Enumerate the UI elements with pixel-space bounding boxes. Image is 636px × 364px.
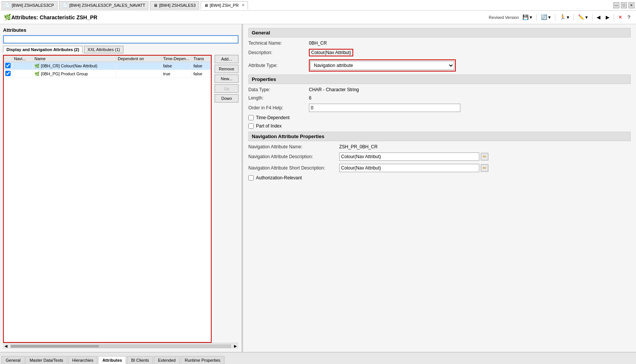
nav-attr-desc-edit-button[interactable]: ✏	[481, 153, 488, 160]
header-icon: 🌿	[4, 14, 11, 21]
action-buttons: Add... Remove New... Up Down	[213, 55, 238, 343]
part-of-index-checkbox[interactable]	[248, 123, 254, 129]
nav-attr-name-label: Navigation Attribute Name:	[248, 144, 339, 149]
scroll-track[interactable]	[11, 345, 231, 348]
help-button[interactable]: ?	[626, 13, 632, 21]
main-header: 🌿 Attributes: Characteristic ZSH_PR Revi…	[0, 11, 636, 24]
run-icon: 🏃	[560, 14, 566, 20]
bottom-tab-general[interactable]: General	[2, 356, 25, 364]
sep5	[614, 14, 614, 21]
tab-xxl[interactable]: XXL Attributes (1)	[84, 46, 123, 53]
refresh-dropdown-icon: ▾	[548, 14, 551, 20]
search-input[interactable]	[3, 35, 238, 44]
attributes-table: Navi... Name Dependent on Time-Depen... …	[4, 56, 211, 78]
sep3	[574, 14, 574, 21]
nav-attr-desc-label: Navigation Attribute Description:	[248, 154, 339, 159]
maximize-button[interactable]: □	[621, 2, 627, 8]
auth-relevant-checkbox[interactable]	[248, 175, 254, 180]
save-dropdown-icon: ▾	[530, 14, 532, 20]
auth-relevant-label: Authorization-Relevant	[256, 175, 302, 180]
back-button[interactable]: ◀	[595, 13, 602, 21]
length-value: 6	[309, 95, 312, 101]
table-row-area: Navi... Name Dependent on Time-Depen... …	[3, 55, 238, 343]
tab-label-4: [BW4] ZSH_PR	[210, 3, 238, 8]
order-f4-input[interactable]	[309, 104, 460, 112]
sep2	[555, 14, 555, 21]
toolbar-right: Revised Version 💾 ▾ 🔄 ▾ 🏃 ▾ ✏️ ▾ ◀ ▶ ✕	[489, 13, 632, 21]
tab-label-2: [BW4] ZSHSALES3CP_SALES_NAVATT	[69, 3, 145, 8]
scroll-left-arrow[interactable]: ◀	[3, 344, 9, 348]
row2-timedep-cell: true	[162, 70, 192, 78]
window-controls: — □ ✕	[613, 2, 634, 8]
row2-nav-cell	[12, 70, 33, 78]
add-button[interactable]: Add...	[215, 55, 238, 63]
col-timedep[interactable]: Time-Depen...	[162, 56, 192, 62]
new-button[interactable]: New...	[215, 75, 238, 83]
nav-attr-desc-wrap: ✏	[339, 152, 488, 161]
technical-name-value: 0BH_CR	[309, 40, 327, 46]
bottom-tab-master-data[interactable]: Master Data/Texts	[25, 356, 67, 364]
scroll-thumb[interactable]	[11, 345, 99, 347]
nav-attr-desc-input[interactable]	[339, 152, 479, 161]
nav-attr-short-desc-edit-button[interactable]: ✏	[481, 164, 488, 172]
nav-attr-short-desc-row: Navigation Attribute Short Description: …	[248, 164, 631, 172]
bottom-tab-bi-clients[interactable]: BI Clients	[127, 356, 153, 364]
description-value: Colour(Nav Attribut)	[309, 49, 353, 56]
remove-button[interactable]: Remove	[215, 65, 238, 73]
minimize-button[interactable]: —	[613, 2, 619, 8]
tab-icon-4: 🖥	[204, 3, 208, 8]
col-trans[interactable]: Trans	[192, 56, 211, 62]
save-icon: 💾	[522, 14, 529, 20]
down-button[interactable]: Down	[215, 94, 238, 103]
scroll-right-arrow[interactable]: ▶	[232, 344, 238, 348]
tab-close-4[interactable]: ✕	[242, 3, 245, 7]
nav-attr-short-desc-input[interactable]	[339, 164, 479, 172]
row1-checkbox[interactable]	[5, 63, 11, 68]
length-label: Length:	[248, 95, 309, 101]
time-dependent-checkbox[interactable]	[248, 115, 254, 120]
up-button[interactable]: Up	[215, 84, 238, 93]
row1-checkbox-cell[interactable]	[4, 62, 12, 70]
pencil-button[interactable]: ✏️ ▾	[576, 13, 590, 21]
content-area: Attributes Display and Navigation Attrib…	[0, 24, 636, 352]
technical-name-row: Technical Name: 0BH_CR	[248, 40, 631, 46]
row2-checkbox[interactable]	[5, 71, 11, 76]
attributes-panel-title: Attributes	[3, 27, 238, 33]
col-dependent[interactable]: Dependent on	[116, 56, 162, 62]
tab-zsh-pr[interactable]: 🖥 [BW4] ZSH_PR ✕	[201, 1, 248, 9]
run-dropdown-icon: ▾	[567, 14, 569, 20]
forward-button[interactable]: ▶	[604, 13, 611, 21]
data-type-label: Data Type:	[248, 87, 309, 92]
bottom-tab-attributes[interactable]: Attributes	[98, 356, 126, 364]
description-label: Description:	[248, 50, 309, 55]
col-name[interactable]: Name	[33, 56, 116, 62]
tab-display-nav[interactable]: Display and Navigation Attributes (2)	[3, 46, 83, 53]
bottom-tab-extended[interactable]: Extended	[154, 356, 179, 364]
tab-sales-navatt[interactable]: 📄 [BW4] ZSHSALES3CP_SALES_NAVATT	[59, 1, 149, 9]
nav-attr-short-desc-label: Navigation Attribute Short Description:	[248, 165, 339, 171]
time-dependent-label: Time-Dependent	[256, 115, 290, 120]
table-header-row: Navi... Name Dependent on Time-Depen... …	[4, 56, 211, 62]
bottom-tab-hierarchies[interactable]: Hierarchies	[68, 356, 98, 364]
refresh-button[interactable]: 🔄 ▾	[539, 13, 553, 21]
table-row[interactable]: 🌿 [0BH_CR] Colour(Nav Attribut) false fa…	[4, 62, 211, 70]
close-editor-button[interactable]: ✕	[616, 13, 624, 21]
data-type-row: Data Type: CHAR - Character String	[248, 87, 631, 92]
part-of-index-row: Part of Index	[248, 123, 631, 129]
attribute-type-highlight: Navigation attribute Display attribute N…	[309, 59, 456, 72]
col-navi[interactable]: Navi...	[12, 56, 33, 62]
attribute-type-select[interactable]: Navigation attribute Display attribute N…	[310, 61, 454, 70]
horizontal-scrollbar[interactable]: ◀ ▶	[3, 343, 238, 349]
row1-name-cell: 🌿 [0BH_CR] Colour(Nav Attribut)	[33, 62, 116, 70]
close-window-button[interactable]: ✕	[628, 2, 634, 8]
tab-zshsales3cp[interactable]: 📄 [BW4] ZSHSALES3CP	[2, 1, 58, 9]
save-button[interactable]: 💾 ▾	[521, 13, 534, 21]
tab-zshsales3[interactable]: 🖥 [BW4] ZSHSALES3	[150, 1, 199, 9]
back-icon: ◀	[597, 14, 600, 20]
row2-char-icon: 🌿	[34, 72, 40, 76]
bottom-tab-runtime[interactable]: Runtime Properties	[181, 356, 224, 364]
attribute-tabs-bar: Display and Navigation Attributes (2) XX…	[3, 46, 238, 53]
row2-checkbox-cell[interactable]	[4, 70, 12, 78]
table-row[interactable]: 🌿 [0BH_PG] Product Group true false	[4, 70, 211, 78]
run-button[interactable]: 🏃 ▾	[558, 13, 571, 21]
